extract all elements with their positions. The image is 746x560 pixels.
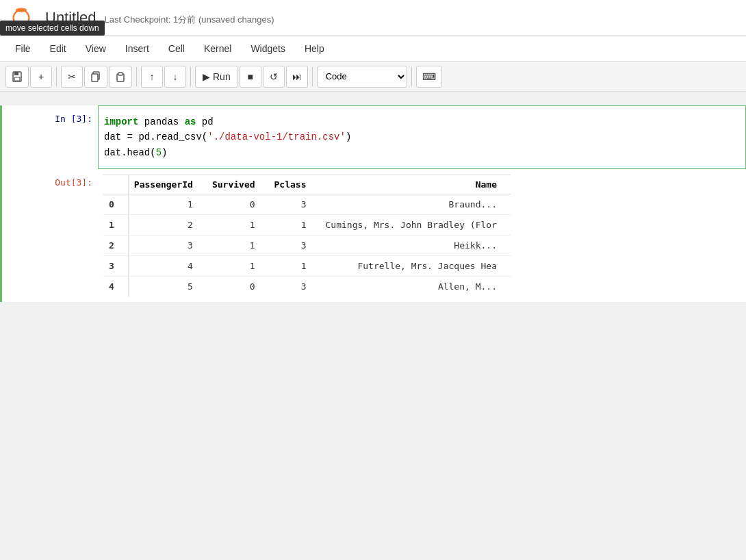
- df-col-passengerid: PassengerId: [128, 175, 207, 194]
- notebook-title-area: Untitled Last Checkpoint: 1分前 (unsaved c…: [45, 9, 738, 27]
- keyboard-icon: ⌨: [422, 71, 436, 82]
- keyword-import: import: [104, 116, 138, 127]
- copy-icon: [90, 71, 101, 82]
- df-row-2-col0: 3: [128, 236, 207, 256]
- df-row-3-col2: 1: [269, 256, 320, 277]
- df-row-0-col1: 0: [207, 194, 269, 215]
- restart-button[interactable]: ↺: [263, 66, 285, 88]
- df-row-2-col3: Heikk...: [320, 236, 511, 256]
- fast-forward-icon: ⏭: [292, 71, 302, 82]
- df-row-4-idx: 4: [103, 277, 128, 297]
- arrow-down-icon: ↓: [173, 71, 178, 82]
- move-up-button[interactable]: ↑: [141, 66, 163, 88]
- toolbar-divider-3: [190, 67, 191, 86]
- menu-insert[interactable]: Insert: [116, 39, 159, 58]
- fast-forward-button[interactable]: ⏭: [286, 66, 308, 88]
- cell-in-prompt: In [3]:: [2, 105, 98, 169]
- svg-rect-5: [14, 77, 20, 81]
- stop-button[interactable]: ■: [240, 66, 261, 88]
- toolbar: + ✂ ↑ ↓ ▶ Run ■ ↺ ⏭ Code Markdown Ra: [0, 62, 746, 92]
- table-row: 2 3 1 3 Heikk...: [103, 236, 511, 256]
- df-row-2-idx: 2: [103, 236, 128, 256]
- df-row-4-col3: Allen, M...: [320, 277, 511, 297]
- menu-kernel[interactable]: Kernel: [194, 39, 241, 58]
- menu-file[interactable]: File: [5, 39, 40, 58]
- paste-icon: [115, 71, 126, 82]
- cell-code-input[interactable]: import pandas as pd dat = pd.read_csv('.…: [98, 105, 746, 169]
- toolbar-divider-4: [312, 67, 313, 86]
- table-row: 1 2 1 1 Cumings, Mrs. John Bradley (Flor: [103, 215, 511, 236]
- table-row: 3 4 1 1 Futrelle, Mrs. Jacques Hea: [103, 256, 511, 277]
- dataframe-table: PassengerId Survived Pclass Name 0 1 0 3: [103, 175, 511, 296]
- df-row-0-col3: Braund...: [320, 194, 511, 215]
- restart-icon: ↺: [270, 71, 278, 82]
- toolbar-divider-5: [411, 67, 412, 86]
- move-down-button[interactable]: ↓: [164, 66, 186, 88]
- df-col-pclass: Pclass: [269, 175, 320, 194]
- main-content: In [3]: import pandas as pd dat = pd.rea…: [0, 92, 746, 502]
- df-row-3-col3: Futrelle, Mrs. Jacques Hea: [320, 256, 511, 277]
- top-bar: Untitled Last Checkpoint: 1分前 (unsaved c…: [0, 0, 746, 36]
- menu-widgets[interactable]: Widgets: [241, 39, 295, 58]
- df-row-2-col2: 3: [269, 236, 320, 256]
- output-cell: Out[3]: PassengerId Survived Pclass Name: [0, 169, 746, 302]
- df-col-index: [103, 175, 128, 194]
- toolbar-divider-2: [136, 67, 137, 86]
- arrow-up-icon: ↑: [150, 71, 155, 82]
- code-cell[interactable]: In [3]: import pandas as pd dat = pd.rea…: [0, 105, 746, 169]
- df-row-1-col0: 2: [128, 215, 207, 236]
- cut-icon: ✂: [68, 71, 76, 82]
- df-row-1-col3: Cumings, Mrs. John Bradley (Flor: [320, 215, 511, 236]
- run-button[interactable]: ▶ Run: [195, 66, 238, 88]
- copy-button[interactable]: [84, 66, 107, 88]
- cell-out-prompt: Out[3]:: [2, 169, 98, 302]
- table-row: 4 5 0 3 Allen, M...: [103, 277, 511, 297]
- df-row-3-col1: 1: [207, 256, 269, 277]
- df-col-survived: Survived: [207, 175, 269, 194]
- df-row-0-col2: 3: [269, 194, 320, 215]
- save-icon: [12, 71, 23, 82]
- df-row-4-col0: 5: [128, 277, 207, 297]
- df-row-3-col0: 4: [128, 256, 207, 277]
- df-row-4-col1: 0: [207, 277, 269, 297]
- svg-rect-9: [118, 73, 123, 75]
- menu-view[interactable]: View: [76, 39, 116, 58]
- menu-edit[interactable]: Edit: [40, 39, 76, 58]
- df-row-1-idx: 1: [103, 215, 128, 236]
- plus-icon: +: [38, 71, 44, 82]
- cell-type-dropdown[interactable]: Code Markdown Raw NBConvert Heading: [317, 66, 407, 88]
- menu-cell[interactable]: Cell: [159, 39, 194, 58]
- checkpoint-info: Last Checkpoint: 1分前 (unsaved changes): [105, 14, 274, 26]
- code-line-2: dat = pd.read_csv('./data-vol-1/train.cs…: [104, 129, 740, 144]
- df-row-0-col0: 1: [128, 194, 207, 215]
- df-row-1-col1: 1: [207, 215, 269, 236]
- df-row-3-idx: 3: [103, 256, 128, 277]
- df-col-name: Name: [320, 175, 511, 194]
- stop-icon: ■: [247, 71, 253, 82]
- code-line-1: import pandas as pd: [104, 114, 740, 129]
- tooltip: move selected cells down: [0, 21, 105, 36]
- df-row-2-col1: 1: [207, 236, 269, 256]
- add-cell-button[interactable]: +: [30, 66, 52, 88]
- df-row-0-idx: 0: [103, 194, 128, 215]
- cut-button[interactable]: ✂: [61, 66, 83, 88]
- output-content: PassengerId Survived Pclass Name 0 1 0 3: [98, 169, 746, 302]
- svg-rect-4: [14, 72, 18, 75]
- df-row-1-col2: 1: [269, 215, 320, 236]
- run-icon: ▶: [203, 71, 210, 82]
- save-button[interactable]: [5, 66, 29, 88]
- menu-bar: File Edit View Insert Cell Kernel Widget…: [0, 36, 746, 62]
- notebook-container: In [3]: import pandas as pd dat = pd.rea…: [0, 105, 746, 302]
- table-row: 0 1 0 3 Braund...: [103, 194, 511, 215]
- toolbar-divider-1: [56, 67, 57, 86]
- paste-button[interactable]: [109, 66, 132, 88]
- df-row-4-col2: 3: [269, 277, 320, 297]
- code-line-3: dat.head(5): [104, 145, 740, 160]
- keyboard-shortcuts-button[interactable]: ⌨: [416, 66, 442, 88]
- svg-rect-7: [92, 74, 98, 81]
- menu-help[interactable]: Help: [295, 39, 334, 58]
